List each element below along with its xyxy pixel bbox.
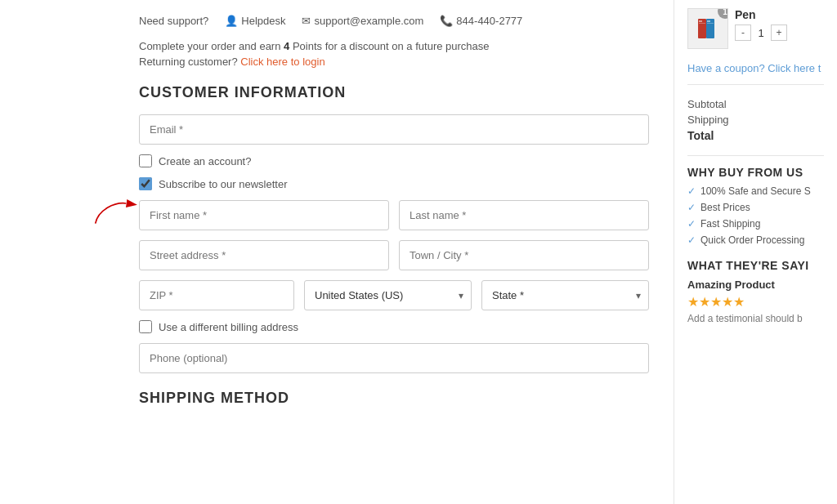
why-buy-text-2: Fast Shipping: [700, 218, 760, 230]
person-icon: 👤: [225, 15, 238, 27]
why-buy-item-1: ✓ Best Prices: [687, 202, 824, 213]
total-row: Total: [687, 129, 824, 142]
cart-item: 1 Pen - 1 +: [687, 8, 824, 49]
testimonial-section: WHAT THEY'RE SAYI Amazing Product ★★★★★ …: [687, 259, 824, 324]
state-select[interactable]: State *: [481, 280, 649, 310]
returning-customer: Returning customer? Click here to login: [139, 56, 649, 68]
why-buy-text-3: Quick Order Processing: [700, 234, 804, 246]
svg-rect-5: [699, 23, 705, 24]
sidebar: 1 Pen - 1 + Hav: [674, 0, 837, 504]
phone-icon: 📞: [440, 15, 453, 27]
cart-item-details: Pen - 1 +: [735, 8, 787, 41]
email-field-group: [139, 114, 649, 145]
check-icon-2: ✓: [687, 218, 696, 230]
svg-rect-3: [699, 20, 702, 22]
zip-input[interactable]: [139, 280, 294, 310]
annotation-arrow: [90, 194, 139, 226]
helpdesk-link[interactable]: 👤 Helpdesk: [225, 15, 285, 27]
cart-item-name: Pen: [735, 8, 787, 21]
email-icon: ✉: [302, 15, 311, 27]
coupon-link[interactable]: Have a coupon? Click here t: [687, 62, 824, 85]
country-select[interactable]: United States (US): [304, 280, 472, 310]
main-content: Need support? 👤 Helpdesk ✉ support@examp…: [0, 0, 674, 504]
why-buy-section: WHY BUY FROM US ✓ 100% Safe and Secure S…: [687, 166, 824, 246]
subtotal-label: Subtotal: [687, 98, 727, 110]
first-name-field: [139, 200, 389, 230]
address-row: [139, 240, 649, 270]
town-input[interactable]: [399, 240, 649, 270]
why-buy-item-3: ✓ Quick Order Processing: [687, 234, 824, 246]
svg-rect-6: [707, 23, 714, 24]
shipping-row: Shipping: [687, 114, 824, 126]
book-icon: [692, 12, 724, 45]
subscribe-checkbox[interactable]: [139, 177, 152, 190]
shipping-label: Shipping: [687, 114, 729, 126]
create-account-row: Create an account?: [139, 154, 649, 167]
why-buy-item-0: ✓ 100% Safe and Secure S: [687, 185, 824, 197]
different-billing-checkbox[interactable]: [139, 320, 152, 333]
email-link[interactable]: ✉ support@example.com: [302, 15, 423, 27]
shipping-title: SHIPPING METHOD: [139, 390, 649, 407]
qty-decrease-button[interactable]: -: [735, 25, 751, 41]
qty-increase-button[interactable]: +: [771, 25, 787, 41]
street-input[interactable]: [139, 240, 389, 270]
support-label: Need support?: [139, 15, 208, 27]
testimonial-stars: ★★★★★: [687, 294, 824, 310]
last-name-input[interactable]: [399, 200, 649, 230]
street-field: [139, 240, 389, 270]
testimonial-product: Amazing Product: [687, 279, 824, 291]
subscribe-label[interactable]: Subscribe to our newsletter: [159, 178, 288, 190]
create-account-checkbox[interactable]: [139, 154, 152, 167]
why-buy-item-2: ✓ Fast Shipping: [687, 218, 824, 230]
billing-address-label[interactable]: Use a different billing address: [159, 321, 298, 333]
qty-value: 1: [754, 27, 768, 39]
check-icon-3: ✓: [687, 234, 696, 246]
last-name-field: [399, 200, 649, 230]
svg-rect-4: [707, 20, 710, 22]
total-label: Total: [687, 129, 714, 142]
name-row: [139, 200, 649, 230]
first-name-input[interactable]: [139, 200, 389, 230]
country-select-wrapper: United States (US): [304, 280, 472, 310]
phone-input[interactable]: [139, 343, 649, 373]
testimonial-title: WHAT THEY'RE SAYI: [687, 259, 824, 272]
state-select-wrapper: State *: [481, 280, 649, 310]
create-account-label[interactable]: Create an account?: [159, 155, 251, 167]
points-banner: Complete your order and earn 4 Points fo…: [139, 40, 649, 52]
town-field: [399, 240, 649, 270]
login-link[interactable]: Click here to login: [240, 56, 325, 68]
check-icon-1: ✓: [687, 202, 696, 213]
why-buy-text-0: 100% Safe and Secure S: [700, 185, 811, 197]
subtotal-row: Subtotal: [687, 98, 824, 110]
why-buy-text-1: Best Prices: [700, 202, 750, 213]
zip-field: [139, 280, 294, 310]
subscribe-row: Subscribe to our newsletter: [139, 177, 649, 190]
cart-item-image: 1: [687, 8, 728, 49]
phone-link[interactable]: 📞 844-440-2777: [440, 15, 522, 27]
zip-country-state-row: United States (US) State *: [139, 280, 649, 310]
support-bar: Need support? 👤 Helpdesk ✉ support@examp…: [139, 8, 649, 27]
billing-address-row: Use a different billing address: [139, 320, 649, 333]
customer-info-title: CUSTOMER INFORMATION: [139, 84, 649, 101]
testimonial-text: Add a testimonial should b: [687, 313, 824, 324]
qty-control: - 1 +: [735, 25, 787, 41]
phone-field-group: [139, 343, 649, 373]
totals-section: Subtotal Shipping Total: [687, 98, 824, 156]
email-input[interactable]: [139, 114, 649, 145]
check-icon-0: ✓: [687, 185, 696, 197]
why-buy-title: WHY BUY FROM US: [687, 166, 824, 179]
